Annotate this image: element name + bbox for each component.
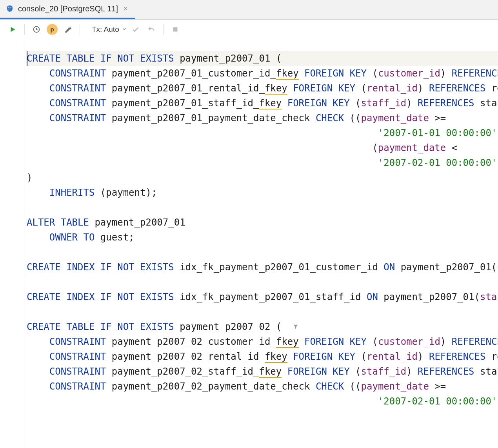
code-line[interactable]: CONSTRAINT payment_p2007_02_payment_date… bbox=[27, 379, 498, 394]
code-line[interactable]: CREATE INDEX IF NOT EXISTS idx_fk_paymen… bbox=[27, 260, 498, 275]
separator bbox=[163, 24, 164, 35]
code-line[interactable]: CONSTRAINT payment_p2007_02_staff_id_fke… bbox=[27, 364, 498, 379]
code-line[interactable]: CREATE TABLE IF NOT EXISTS payment_p2007… bbox=[27, 319, 498, 334]
close-icon[interactable]: × bbox=[122, 5, 129, 13]
code-line[interactable]: CONSTRAINT payment_p2007_01_customer_id_… bbox=[27, 66, 498, 81]
code-line[interactable]: '2007-02-01 00:00:00'::TIM bbox=[27, 394, 498, 409]
code-line[interactable]: OWNER TO guest; bbox=[27, 230, 498, 245]
code-line[interactable] bbox=[27, 275, 498, 290]
code-line[interactable]: CONSTRAINT payment_p2007_01_rental_id_fk… bbox=[27, 81, 498, 96]
tx-mode-label: Tx: Auto bbox=[92, 25, 119, 34]
tx-mode-selector[interactable]: Tx: Auto bbox=[92, 25, 127, 34]
code-line[interactable] bbox=[27, 245, 498, 260]
code-line[interactable]: CONSTRAINT payment_p2007_02_customer_id_… bbox=[27, 334, 498, 349]
code-line[interactable] bbox=[27, 200, 498, 215]
code-line[interactable]: CREATE TABLE IF NOT EXISTS payment_p2007… bbox=[27, 51, 498, 66]
tab-label: console_20 [PostgreSQL 11] bbox=[18, 4, 118, 13]
separator bbox=[80, 24, 80, 35]
run-button[interactable] bbox=[5, 22, 20, 36]
svg-rect-1 bbox=[173, 27, 177, 31]
separator bbox=[24, 24, 25, 35]
code-line[interactable]: (payment_date < bbox=[27, 140, 498, 155]
toolbar: p Tx: Auto bbox=[0, 20, 498, 39]
code-line[interactable]: CONSTRAINT payment_p2007_01_staff_id_fke… bbox=[27, 96, 498, 111]
code-line[interactable]: ALTER TABLE payment_p2007_01 bbox=[27, 215, 498, 230]
code-line[interactable]: CONSTRAINT payment_p2007_01_payment_date… bbox=[27, 111, 498, 126]
editor-tab[interactable]: console_20 [PostgreSQL 11] × bbox=[0, 0, 135, 19]
schema-selector[interactable]: p bbox=[45, 22, 59, 36]
commit-button[interactable] bbox=[129, 22, 143, 36]
code-line[interactable]: '2007-01-01 00:00:00'::TIM bbox=[27, 126, 498, 140]
code-line[interactable]: INHERITS (payment); bbox=[27, 185, 498, 200]
postgres-icon bbox=[5, 5, 14, 13]
filter-icon[interactable] bbox=[293, 320, 299, 335]
code-line[interactable]: CREATE INDEX IF NOT EXISTS idx_fk_paymen… bbox=[27, 290, 498, 304]
chevron-down-icon bbox=[122, 25, 127, 34]
code-area[interactable]: CREATE TABLE IF NOT EXISTS payment_p2007… bbox=[0, 51, 498, 409]
sql-editor[interactable]: CREATE TABLE IF NOT EXISTS payment_p2007… bbox=[0, 39, 498, 448]
tab-bar: console_20 [PostgreSQL 11] × bbox=[0, 0, 498, 20]
schema-badge: p bbox=[47, 24, 58, 35]
text-caret bbox=[27, 51, 27, 66]
history-button[interactable] bbox=[29, 22, 44, 36]
rollback-button[interactable] bbox=[144, 22, 158, 36]
code-line[interactable]: CONSTRAINT payment_p2007_02_rental_id_fk… bbox=[27, 349, 498, 364]
code-line[interactable]: ) bbox=[27, 170, 498, 185]
settings-button[interactable] bbox=[61, 22, 75, 36]
stop-button[interactable] bbox=[168, 22, 182, 36]
editor-gutter bbox=[0, 39, 24, 448]
code-line[interactable] bbox=[27, 304, 498, 319]
code-line[interactable]: '2007-02-01 00:00:00'::TIM bbox=[27, 155, 498, 170]
